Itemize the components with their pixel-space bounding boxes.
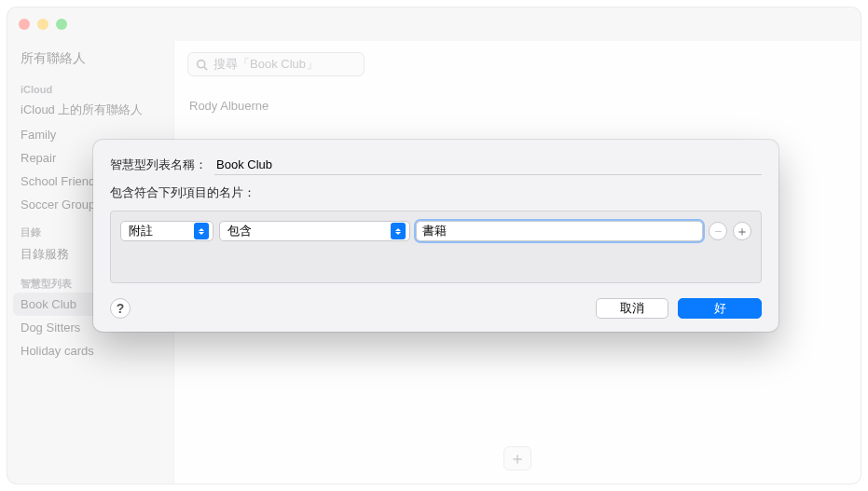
- rule-operator-select[interactable]: 包含: [219, 221, 410, 241]
- contains-cards-label: 包含符合下列項目的名片：: [110, 184, 255, 201]
- window-controls: [19, 19, 67, 30]
- minus-icon: −: [714, 225, 722, 238]
- sidebar-all-contacts[interactable]: 所有聯絡人: [7, 45, 173, 75]
- search-icon: [196, 59, 208, 71]
- smart-list-name-input[interactable]: [214, 155, 762, 175]
- chevron-updown-icon: [194, 223, 209, 239]
- rule-operator-value: 包含: [227, 223, 252, 239]
- cancel-button[interactable]: 取消: [596, 298, 668, 319]
- sidebar-item-holiday-cards[interactable]: Holiday cards: [7, 339, 173, 362]
- chevron-updown-icon: [391, 223, 406, 239]
- search-placeholder: 搜尋「Book Club」: [214, 56, 318, 73]
- ok-button[interactable]: 好: [678, 298, 762, 319]
- sidebar-section-icloud: iCloud: [7, 75, 173, 97]
- question-icon: ?: [117, 301, 125, 316]
- contact-row[interactable]: Rody Albuerne: [187, 76, 847, 120]
- add-rule-button[interactable]: ＋: [733, 222, 751, 240]
- titlebar: [7, 7, 861, 41]
- svg-point-0: [198, 60, 205, 67]
- rule-row: 附註 包含 − ＋: [120, 221, 751, 241]
- smart-list-editor-sheet: 智慧型列表名稱： 包含符合下列項目的名片： 附註 包含 − ＋ ?: [93, 140, 778, 332]
- search-input[interactable]: 搜尋「Book Club」: [187, 52, 365, 76]
- rule-value-input[interactable]: [416, 221, 703, 241]
- svg-line-1: [204, 66, 207, 69]
- smart-list-name-label: 智慧型列表名稱：: [110, 157, 207, 173]
- remove-rule-button[interactable]: −: [709, 222, 727, 240]
- rule-field-value: 附註: [129, 223, 153, 239]
- add-contact-button[interactable]: ＋: [503, 446, 531, 471]
- plus-icon: ＋: [509, 447, 526, 470]
- rule-field-select[interactable]: 附註: [120, 221, 214, 241]
- rules-container: 附註 包含 − ＋: [110, 211, 762, 283]
- sidebar-item-icloud-all[interactable]: iCloud 上的所有聯絡人: [7, 97, 173, 123]
- minimize-icon[interactable]: [37, 19, 48, 30]
- plus-icon: ＋: [736, 225, 749, 238]
- zoom-icon[interactable]: [56, 19, 67, 30]
- help-button[interactable]: ?: [110, 298, 131, 319]
- close-icon[interactable]: [19, 19, 30, 30]
